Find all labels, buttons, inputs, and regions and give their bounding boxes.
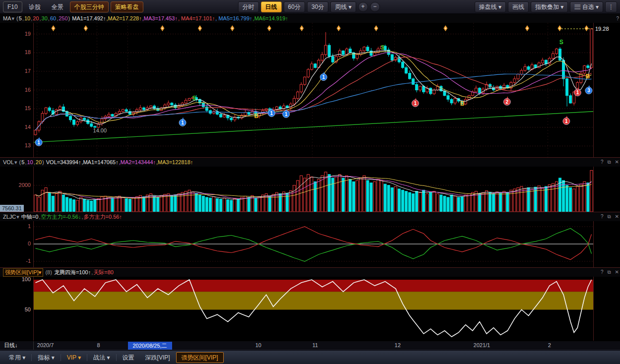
- date-label-2020/08/25,二[interactable]: 2020/08/25,二: [128, 342, 172, 350]
- volume-bar: [433, 191, 435, 212]
- volume-bar: [237, 199, 240, 212]
- candle-body: [118, 112, 121, 114]
- bear-force-line: [36, 229, 592, 262]
- volume-bar: [387, 185, 390, 212]
- qsqj-indicator-dropdown[interactable]: 强势区间[VIP]▾: [3, 268, 43, 277]
- candle-body: [251, 112, 253, 115]
- candle-body: [244, 113, 247, 116]
- candle-body: [304, 77, 306, 84]
- volume-bar: [65, 197, 68, 212]
- bottom-tab-指标[interactable]: 指标 ▾: [33, 353, 59, 363]
- volume-bar: [377, 179, 379, 212]
- candle-body: [293, 98, 296, 104]
- candle-body: [48, 108, 51, 111]
- toolbar-button-个股三分钟[interactable]: 个股三分钟: [70, 1, 109, 12]
- maximize-icon[interactable]: ⧉: [607, 159, 611, 165]
- period-tab-日线[interactable]: 日线: [261, 1, 282, 12]
- toolbar-button-全景[interactable]: 全景: [47, 1, 68, 12]
- volume-bar: [440, 195, 442, 212]
- y-axis-label: 13: [25, 142, 31, 149]
- header-segment: ,: [40, 15, 41, 21]
- volume-bar: [34, 195, 37, 212]
- bottom-tab-强势区间[VIP][interactable]: 强势区间[VIP]: [176, 352, 224, 363]
- bottom-tab-VIP[interactable]: VIP ▾: [62, 353, 86, 363]
- help-icon[interactable]: ?: [601, 214, 604, 220]
- period-tab-60分[interactable]: 60分: [284, 1, 305, 12]
- qsqj-y-axis: 10050: [0, 277, 34, 341]
- candlestick-chart[interactable]: 11SB111S1B2S11B314.00: [34, 23, 593, 157]
- volume-bar: [342, 178, 344, 212]
- toolbar-button-策略看盘[interactable]: 策略看盘: [111, 1, 143, 12]
- volume-bar: [202, 196, 204, 212]
- maximize-icon[interactable]: ⧉: [607, 269, 611, 275]
- zoom-out-button[interactable]: −: [370, 2, 380, 12]
- volume-bar: [317, 179, 320, 212]
- volume-bar: [97, 198, 100, 212]
- toolbar-button-诊股[interactable]: 诊股: [24, 1, 45, 12]
- toolbar-button-画线[interactable]: 画线: [508, 1, 529, 12]
- close-icon[interactable]: ✕: [615, 214, 619, 220]
- header-segment: ,: [31, 15, 32, 21]
- candle-body: [475, 88, 477, 92]
- candle-body: [478, 88, 481, 93]
- help-icon[interactable]: ?: [601, 269, 604, 275]
- zoom-in-button[interactable]: +: [358, 2, 368, 12]
- close-icon[interactable]: ✕: [615, 269, 619, 275]
- zljc-indicator-readout[interactable]: ZLJC▾ 中轴=0,空方主力=-0.56↓,多方主力=0.56↑: [3, 213, 123, 221]
- marker-label: 1: [565, 119, 568, 124]
- y-axis-label: 1: [28, 223, 31, 230]
- qsqj-chart[interactable]: [34, 277, 593, 341]
- bottom-tab-战法[interactable]: 战法 ▾: [88, 353, 115, 363]
- bottom-tab-设置[interactable]: 设置: [118, 353, 139, 363]
- volume-bar: [493, 194, 495, 212]
- header-segment: ): [42, 159, 44, 165]
- toolbar-button-F10[interactable]: F10: [3, 1, 22, 12]
- period-indicator[interactable]: 日线↓: [0, 341, 34, 350]
- signal-letter-S: S: [381, 44, 385, 51]
- header-segment: 60: [50, 15, 56, 21]
- qsqj-chart-row: 10050: [0, 277, 620, 341]
- marker-label: 1: [322, 74, 325, 80]
- toolbar-button-自选[interactable]: ▤ 自选 ▾: [570, 1, 603, 12]
- bottom-tab-常用[interactable]: 常用 ▾: [4, 353, 30, 363]
- volume-bar: [541, 188, 544, 212]
- volume-bar: [587, 183, 589, 212]
- volume-bar: [360, 178, 362, 212]
- bottom-tab-深跌[VIP][interactable]: 深跌[VIP]: [140, 353, 175, 363]
- volume-bar: [373, 182, 376, 212]
- period-tab-30分[interactable]: 30分: [307, 1, 328, 12]
- volume-bar: [48, 192, 51, 212]
- header-segment: ,: [57, 15, 58, 21]
- volume-bar: [384, 184, 386, 212]
- help-icon[interactable]: ?: [601, 159, 604, 165]
- candle-body: [248, 113, 250, 115]
- zljc-chart[interactable]: [34, 221, 593, 267]
- trading-terminal: F10诊股全景个股三分钟策略看盘分时日线60分30分周线 ▾+−操盘线 ▾画线指…: [0, 0, 620, 364]
- header-segment: (: [16, 15, 18, 21]
- toolbar-button-操盘线[interactable]: 操盘线 ▾: [475, 1, 506, 12]
- toolbar-button-指数叠加[interactable]: 指数叠加 ▾: [531, 1, 568, 12]
- close-icon[interactable]: ✕: [615, 159, 619, 165]
- volume-bar: [531, 189, 533, 212]
- separator: [116, 354, 117, 361]
- volume-chart[interactable]: [34, 167, 593, 212]
- candle-body: [185, 100, 187, 103]
- period-tab-周线[interactable]: 周线 ▾: [330, 1, 356, 12]
- volume-bar: [216, 198, 219, 212]
- header-segment: 天际=80: [93, 269, 114, 275]
- main-window-icons: ?: [616, 16, 620, 21]
- header-segment: ,: [25, 159, 26, 165]
- volume-bar: [205, 197, 208, 212]
- volume-indicator-readout[interactable]: VOL▾ (5,10,20) VOL=343994↑,MA1=147065↑,M…: [3, 159, 193, 166]
- volume-bar: [297, 181, 299, 212]
- period-tab-分时[interactable]: 分时: [238, 1, 259, 12]
- candle-body: [135, 110, 138, 113]
- header-segment: (: [19, 159, 21, 165]
- header-segment: , MA5=16.799↑: [215, 15, 252, 21]
- volume-bar: [307, 175, 310, 212]
- toolbar-more-button[interactable]: ⋮: [605, 1, 617, 12]
- help-icon[interactable]: ?: [616, 16, 619, 21]
- main-indicator-readout[interactable]: MA▾ (5,10,20,30,60,250) MA1=17.492↑,MA2=…: [3, 15, 289, 22]
- candle-body: [447, 96, 449, 100]
- maximize-icon[interactable]: ⧉: [607, 214, 611, 220]
